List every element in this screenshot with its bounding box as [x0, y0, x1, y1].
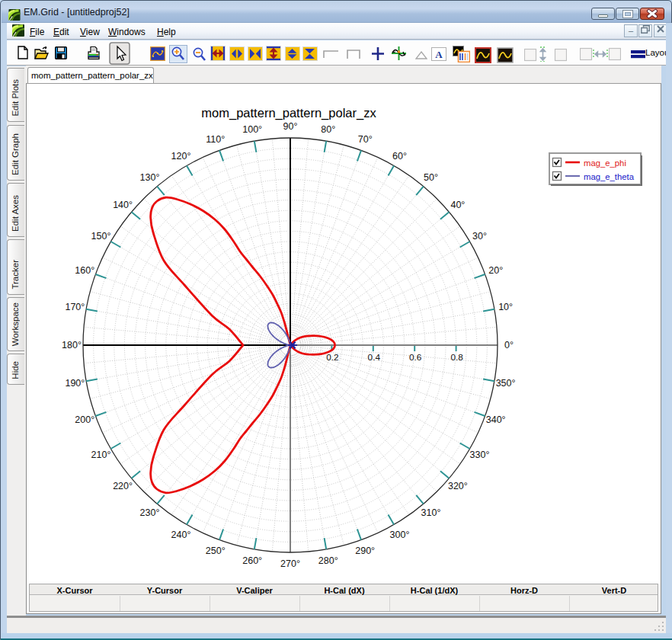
svg-text:130°: 130° — [140, 172, 160, 183]
svg-text:0°: 0° — [504, 340, 514, 350]
svg-text:30°: 30° — [472, 231, 487, 242]
svg-text:100°: 100° — [242, 124, 262, 135]
svg-text:70°: 70° — [358, 134, 373, 145]
svg-text:0.6: 0.6 — [409, 352, 422, 363]
svg-text:0.4: 0.4 — [368, 352, 381, 363]
svg-text:330°: 330° — [470, 450, 490, 460]
svg-text:140°: 140° — [113, 200, 133, 210]
svg-text:240°: 240° — [171, 530, 191, 540]
svg-text:300°: 300° — [390, 530, 410, 540]
svg-text:120°: 120° — [171, 151, 191, 162]
svg-text:mag_e_phi: mag_e_phi — [584, 158, 626, 168]
svg-text:A: A — [435, 49, 443, 60]
svg-text:310°: 310° — [421, 507, 441, 518]
svg-text:40°: 40° — [450, 200, 465, 210]
svg-text:60°: 60° — [392, 151, 407, 162]
svg-text:260°: 260° — [242, 555, 262, 566]
svg-text:270°: 270° — [280, 558, 300, 569]
svg-text:mag_e_theta: mag_e_theta — [584, 172, 635, 181]
svg-text:210°: 210° — [91, 450, 111, 460]
svg-text:0.8: 0.8 — [450, 352, 463, 363]
svg-text:280°: 280° — [318, 555, 338, 566]
svg-text:0.2: 0.2 — [326, 352, 338, 363]
svg-text:20°: 20° — [488, 265, 503, 276]
svg-text:50°: 50° — [424, 172, 438, 183]
svg-text:170°: 170° — [65, 302, 85, 312]
svg-text:290°: 290° — [355, 546, 375, 556]
svg-text:90°: 90° — [283, 121, 298, 132]
svg-text:80°: 80° — [321, 124, 335, 135]
svg-text:200°: 200° — [75, 414, 94, 425]
svg-text:340°: 340° — [486, 414, 506, 425]
svg-text:220°: 220° — [113, 481, 133, 491]
svg-text:230°: 230° — [140, 507, 160, 518]
svg-text:mom_pattern_pattern_polar_zx: mom_pattern_pattern_polar_zx — [201, 106, 376, 120]
svg-text:10°: 10° — [498, 302, 513, 312]
svg-text:150°: 150° — [91, 231, 111, 242]
svg-text:320°: 320° — [448, 481, 468, 491]
svg-text:110°: 110° — [206, 134, 225, 145]
svg-text:350°: 350° — [496, 378, 516, 389]
svg-text:180°: 180° — [62, 340, 82, 350]
svg-text:250°: 250° — [206, 546, 226, 556]
svg-text:190°: 190° — [65, 378, 85, 389]
svg-text:160°: 160° — [75, 265, 94, 276]
